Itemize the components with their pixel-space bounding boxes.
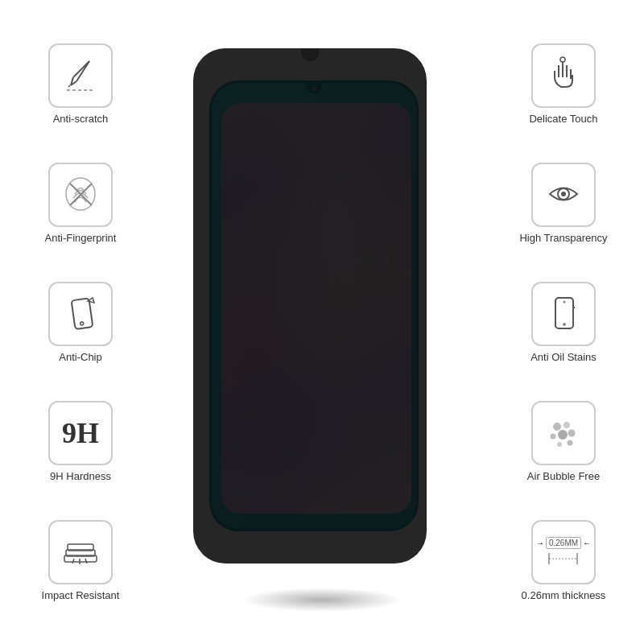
feature-impact-resistant: Impact Resistant	[42, 520, 120, 601]
9h-icon-box: 9H	[48, 401, 113, 465]
feature-air-bubble: Air Bubble Free	[527, 401, 600, 482]
svg-point-10	[80, 322, 84, 326]
anti-fingerprint-label: Anti-Fingerprint	[45, 232, 117, 244]
feature-9h-hardness: 9H 9H Hardness	[48, 401, 113, 482]
svg-point-19	[561, 192, 566, 196]
feature-thickness: → 0.26MM ← 0.26mm thickness	[522, 520, 606, 601]
left-features-column: Anti-scratch Anti-Fingerprint	[0, 0, 161, 644]
transparency-label: High Transparency	[519, 232, 607, 244]
glass-notch	[301, 48, 319, 61]
eye-icon-box	[531, 163, 596, 227]
feature-anti-chip: Anti-Chip	[48, 282, 113, 363]
svg-point-22	[563, 301, 565, 303]
anti-chip-icon-box	[48, 282, 113, 346]
svg-line-16	[85, 559, 87, 564]
glass-protector	[193, 48, 427, 564]
svg-point-25	[564, 422, 570, 428]
svg-point-24	[553, 423, 561, 431]
thickness-arrows: → 0.26MM ←	[536, 537, 591, 549]
svg-point-28	[568, 430, 576, 437]
thickness-icon-box: → 0.26MM ←	[531, 520, 596, 584]
oil-icon-box	[531, 282, 596, 346]
main-container: Anti-scratch Anti-Fingerprint	[0, 0, 644, 644]
feature-anti-fingerprint: Anti-Fingerprint	[45, 163, 117, 244]
svg-point-29	[557, 442, 562, 447]
anti-scratch-label: Anti-scratch	[53, 113, 109, 125]
svg-point-21	[563, 323, 566, 326]
impact-label: Impact Resistant	[42, 589, 120, 601]
thickness-inner: → 0.26MM ←	[536, 537, 591, 567]
9h-text: 9H	[62, 419, 99, 448]
anti-scratch-icon-box	[48, 43, 113, 108]
bubble-icon-box	[531, 401, 596, 465]
thickness-label: 0.26mm thickness	[522, 589, 606, 601]
feature-high-transparency: High Transparency	[519, 163, 607, 244]
feature-delicate-touch: Delicate Touch	[529, 43, 597, 125]
touch-icon-box	[531, 43, 596, 108]
svg-line-14	[72, 559, 74, 564]
svg-line-4	[68, 85, 70, 87]
anti-fingerprint-icon-box	[48, 163, 113, 227]
svg-point-30	[568, 440, 573, 446]
feature-anti-oil: Anti Oil Stains	[530, 282, 597, 363]
right-features-column: Delicate Touch High Transparency	[483, 0, 644, 644]
oil-label: Anti Oil Stains	[530, 351, 597, 363]
phone-camera	[312, 86, 316, 91]
phone-shadow	[242, 588, 402, 612]
anti-chip-label: Anti-Chip	[59, 351, 101, 363]
touch-label: Delicate Touch	[529, 113, 597, 125]
svg-point-26	[551, 434, 556, 440]
9h-label: 9H Hardness	[50, 470, 111, 482]
impact-icon-box	[48, 520, 113, 584]
bubble-label: Air Bubble Free	[527, 470, 600, 482]
svg-point-27	[558, 430, 568, 440]
phone-display	[193, 48, 451, 596]
feature-anti-scratch: Anti-scratch	[48, 43, 113, 125]
